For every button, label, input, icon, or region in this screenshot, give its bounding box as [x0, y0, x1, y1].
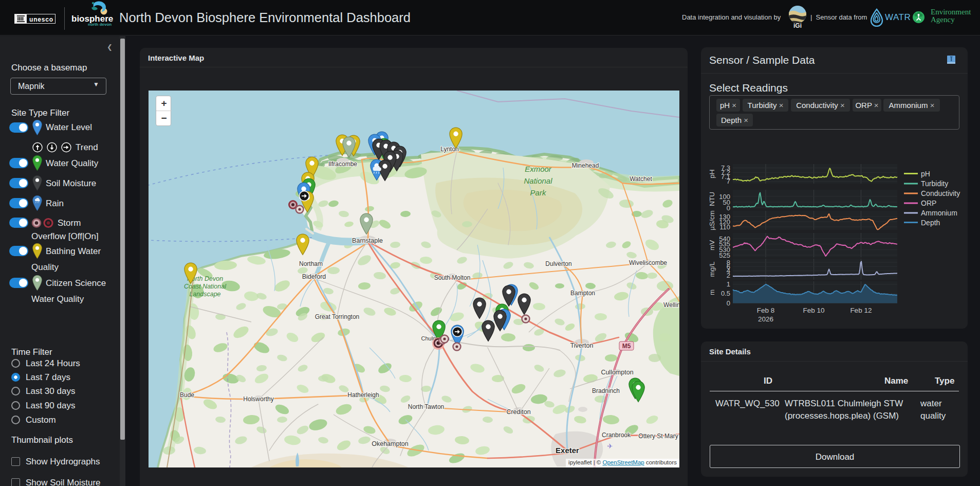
svg-text:0: 0 — [727, 299, 730, 307]
svg-text:Northam: Northam — [299, 260, 323, 267]
svg-text:8: 8 — [727, 259, 730, 266]
svg-text:µS/cm: µS/cm — [708, 210, 716, 230]
svg-text:2026: 2026 — [758, 315, 773, 323]
svg-text:Cranbrook: Cranbrook — [602, 431, 631, 439]
svg-text:Holsworthy: Holsworthy — [243, 395, 273, 403]
svg-text:pH: pH — [921, 170, 930, 178]
svg-text:Crediton: Crediton — [506, 408, 530, 416]
svg-text:Hatherleigh: Hatherleigh — [347, 391, 379, 399]
svg-text:Bampton: Bampton — [570, 290, 595, 297]
svg-text:Park: Park — [530, 188, 547, 197]
svg-text:100: 100 — [719, 193, 730, 201]
svg-text:Exmoor: Exmoor — [525, 165, 552, 173]
svg-text:Landscape: Landscape — [189, 291, 220, 298]
svg-text:Feb 10: Feb 10 — [803, 307, 825, 314]
svg-text:540: 540 — [719, 235, 730, 243]
svg-text:Cullompton: Cullompton — [601, 369, 633, 376]
svg-text:Tiverton: Tiverton — [570, 342, 594, 349]
svg-text:Bideford: Bideford — [302, 273, 326, 280]
svg-text:Minehead: Minehead — [572, 162, 599, 169]
svg-text:m: m — [708, 290, 716, 295]
svg-text:Feb 8: Feb 8 — [757, 307, 775, 314]
svg-text:Watchet: Watchet — [630, 175, 652, 183]
svg-text:Ammonium: Ammonium — [921, 209, 957, 217]
svg-text:North Tawton: North Tawton — [408, 403, 444, 410]
svg-text:Barnstaple: Barnstaple — [352, 237, 383, 244]
svg-text:pH: pH — [708, 169, 716, 178]
svg-text:Ilfracombe: Ilfracombe — [328, 160, 357, 168]
svg-text:mV: mV — [708, 240, 716, 250]
svg-text:Turbidity: Turbidity — [921, 179, 948, 188]
svg-text:Dulverton: Dulverton — [545, 260, 571, 267]
svg-text:mg/L: mg/L — [708, 261, 716, 277]
svg-text:130: 130 — [719, 213, 730, 221]
svg-text:0.5: 0.5 — [721, 290, 730, 297]
svg-text:Bradninch: Bradninch — [592, 387, 620, 394]
svg-text:NTU: NTU — [708, 192, 716, 206]
svg-text:ORP: ORP — [921, 199, 936, 207]
svg-text:Okehampton: Okehampton — [372, 440, 409, 447]
svg-text:National: National — [524, 176, 552, 185]
svg-text:Exeter: Exeter — [556, 446, 579, 455]
svg-text:Wellington: Wellington — [663, 301, 679, 309]
svg-text:Ottery St Mary: Ottery St Mary — [638, 433, 678, 440]
svg-text:Feb 12: Feb 12 — [850, 307, 872, 314]
svg-text:Bude: Bude — [180, 391, 194, 399]
svg-text:iGi: iGi — [793, 22, 802, 29]
svg-text:Depth: Depth — [921, 219, 940, 227]
svg-text:Coast National: Coast National — [184, 283, 227, 290]
svg-text:Wiveliscombe: Wiveliscombe — [629, 259, 667, 266]
svg-text:South Molton: South Molton — [434, 274, 471, 281]
svg-text:Conductivity: Conductivity — [921, 189, 960, 197]
svg-text:Great Torrington: Great Torrington — [315, 313, 360, 320]
svg-text:7.3: 7.3 — [721, 164, 730, 172]
svg-text:1: 1 — [727, 280, 730, 288]
